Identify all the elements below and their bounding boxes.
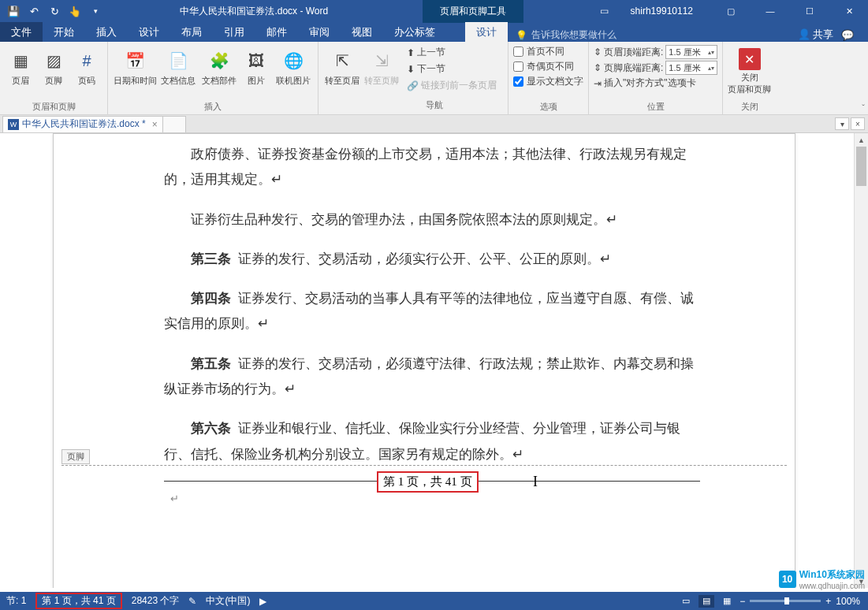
print-layout-button[interactable]: ▤ — [698, 595, 714, 608]
close-tab-icon[interactable]: × — [152, 119, 158, 130]
online-picture-button[interactable]: 🌐联机图片 — [274, 46, 313, 87]
redo-button[interactable]: ↻ — [46, 2, 63, 20]
header-top-input[interactable]: 1.5 厘米▴▾ — [665, 45, 717, 59]
save-button[interactable]: 💾 — [5, 2, 22, 20]
tab-file[interactable]: 文件 — [0, 22, 43, 42]
header-dist-icon: ⇕ — [594, 46, 602, 58]
section-indicator[interactable]: 节: 1 — [6, 594, 26, 608]
tab-view[interactable]: 视图 — [341, 22, 383, 42]
picture-icon: 🖼 — [244, 48, 269, 73]
zoom-out-button[interactable]: − — [739, 596, 745, 607]
tab-layout[interactable]: 布局 — [170, 22, 213, 42]
touch-mode-button[interactable]: 👆 — [66, 2, 84, 20]
goto-header-button[interactable]: ⇱转至页眉 — [323, 46, 361, 87]
share-button[interactable]: 👤共享 — [798, 28, 833, 42]
language-indicator[interactable]: 中文(中国) — [206, 594, 250, 608]
qat-customize[interactable]: ▾ — [87, 2, 104, 20]
paragraph: 第五条 证券的发行、交易活动，必须遵守法律、行政法规；禁止欺诈、内幕交易和操纵证… — [164, 351, 700, 403]
comments-icon[interactable]: 💬 — [841, 29, 854, 41]
maximize-button[interactable]: ☐ — [794, 0, 825, 22]
prev-section-button[interactable]: ⬆上一节 — [405, 45, 498, 60]
link-prev-button[interactable]: 🔗链接到前一条页眉 — [405, 78, 498, 93]
pageno-icon: # — [74, 48, 99, 73]
quick-access-toolbar: 💾 ↶ ↻ 👆 ▾ — [0, 2, 104, 20]
new-tab-button[interactable] — [162, 116, 186, 132]
tab-insert[interactable]: 插入 — [85, 22, 128, 42]
header-button[interactable]: ▦页眉 — [5, 46, 36, 87]
document-tab-label: 中华人民共和国证券法.docx * — [22, 117, 146, 131]
proofing-icon[interactable]: ✎ — [188, 596, 196, 607]
diff-first-checkbox[interactable]: 首页不同 — [513, 45, 583, 58]
close-window-button[interactable]: ✕ — [833, 0, 865, 22]
footer-bottom-input[interactable]: 1.5 厘米▴▾ — [665, 61, 717, 75]
tab-design[interactable]: 设计 — [128, 22, 170, 42]
word-count[interactable]: 28423 个字 — [132, 594, 180, 608]
document-title: 中华人民共和国证券法.docx - Word — [180, 5, 328, 18]
tab-home[interactable]: 开始 — [43, 22, 85, 42]
macro-icon[interactable]: ▶ — [259, 596, 266, 607]
collapse-ribbon-button[interactable]: ˇ — [862, 103, 865, 113]
close-icon: ✕ — [739, 48, 761, 70]
page-indicator[interactable]: 第 1 页，共 41 页 — [35, 593, 121, 609]
close-all-button[interactable]: × — [851, 117, 865, 130]
minimize-button[interactable]: — — [754, 0, 786, 22]
user-name[interactable]: shirh19910112 — [631, 6, 693, 17]
scroll-up-button[interactable]: ▲ — [855, 133, 868, 147]
tab-references[interactable]: 引用 — [213, 22, 255, 42]
insert-align-button[interactable]: ⇥插入"对齐方式"选项卡 — [594, 76, 717, 90]
zoom-thumb[interactable] — [784, 597, 789, 604]
zoom-slider[interactable] — [750, 600, 821, 602]
next-section-button[interactable]: ⬇下一节 — [405, 61, 498, 76]
goto-footer-button[interactable]: ⇲转至页脚 — [363, 46, 400, 87]
tab-review[interactable]: 审阅 — [298, 22, 341, 42]
read-mode-button[interactable]: ▭ — [678, 595, 694, 608]
document-page[interactable]: 政府债券、证券投资基金份额的上市交易，适用本法；其他法律、行政法规另有规定的，适… — [53, 133, 795, 588]
zoom-in-button[interactable]: + — [825, 596, 831, 607]
word-doc-icon: W — [8, 119, 19, 130]
paragraph: 证券衍生品种发行、交易的管理办法，由国务院依照本法的原则规定。↵ — [164, 207, 700, 232]
paragraph-mark-icon: ↵ — [170, 493, 179, 504]
docparts-icon: 🧩 — [207, 48, 232, 73]
footer-icon: ▨ — [41, 48, 66, 73]
ribbon: ▦页眉 ▨页脚 #页码 页眉和页脚 📅日期和时间 📄文档信息 🧩文档部件 🖼图片… — [0, 42, 868, 115]
link-icon: 🔗 — [407, 80, 419, 91]
close-hf-button[interactable]: ✕ 关闭 页眉和页脚 — [728, 43, 771, 95]
datetime-button[interactable]: 📅日期和时间 — [113, 46, 157, 87]
tab-office[interactable]: 办公标签 — [383, 22, 446, 42]
calendar-icon: 📅 — [122, 48, 147, 73]
tab-mailings[interactable]: 邮件 — [255, 22, 298, 42]
group-position: ⇕页眉顶端距离:1.5 厘米▴▾ ⇕页脚底端距离:1.5 厘米▴▾ ⇥插入"对齐… — [589, 42, 723, 114]
vertical-scrollbar[interactable]: ▲ ▼ — [854, 133, 868, 588]
ribbon-options-button[interactable]: ▢ — [715, 0, 747, 22]
paragraph: 第三条 证券的发行、交易活动，必须实行公开、公平、公正的原则。↵ — [164, 247, 700, 272]
group-insert: 📅日期和时间 📄文档信息 🧩文档部件 🖼图片 🌐联机图片 插入 — [108, 42, 319, 114]
next-icon: ⬇ — [407, 64, 415, 75]
paragraph: 政府债券、证券投资基金份额的上市交易，适用本法；其他法律、行政法规另有规定的，适… — [164, 142, 700, 193]
paragraph: 第六条 证券业和银行业、信托业、保险业实行分业经营、分业管理，证券公司与银行、信… — [164, 416, 700, 467]
docinfo-button[interactable]: 📄文档信息 — [158, 46, 198, 87]
docparts-button[interactable]: 🧩文档部件 — [199, 46, 239, 87]
page-number-button[interactable]: #页码 — [71, 46, 102, 87]
footer-button[interactable]: ▨页脚 — [38, 46, 69, 87]
tab-list-button[interactable]: ▾ — [835, 117, 849, 130]
zoom-level[interactable]: 100% — [836, 596, 860, 607]
web-layout-button[interactable]: ▦ — [719, 595, 735, 608]
document-tab[interactable]: W 中华人民共和国证券法.docx * × — [2, 116, 163, 132]
footer-dist-icon: ⇕ — [594, 62, 602, 73]
contextual-tab-title: 页眉和页脚工具 — [423, 0, 523, 23]
paragraph: 第四条 证券发行、交易活动的当事人具有平等的法律地位，应当遵守自愿、有偿、诚实信… — [164, 286, 700, 337]
diff-oddeven-checkbox[interactable]: 奇偶页不同 — [513, 60, 583, 73]
footer-page-field[interactable]: 第 1 页，共 41 页 — [377, 471, 479, 493]
docinfo-icon: 📄 — [166, 48, 191, 73]
undo-button[interactable]: ↶ — [25, 2, 43, 20]
tab-hf-design[interactable]: 设计 — [465, 22, 508, 42]
ribbon-display-icon[interactable]: ▭ — [600, 6, 609, 17]
document-body: 政府债券、证券投资基金份额的上市交易，适用本法；其他法律、行政法规另有规定的，适… — [54, 134, 795, 489]
scroll-thumb[interactable] — [856, 147, 866, 186]
picture-button[interactable]: 🖼图片 — [240, 46, 272, 87]
show-doc-checkbox[interactable]: 显示文档文字 — [513, 75, 583, 88]
title-bar-right: ▭ shirh19910112 ▢ — ☐ ✕ — [600, 0, 868, 22]
group-label-position: 位置 — [647, 101, 665, 113]
tell-me-box[interactable]: 💡 告诉我你想要做什么 — [516, 28, 617, 42]
watermark-url: www.qdhuajin.com — [799, 582, 865, 590]
